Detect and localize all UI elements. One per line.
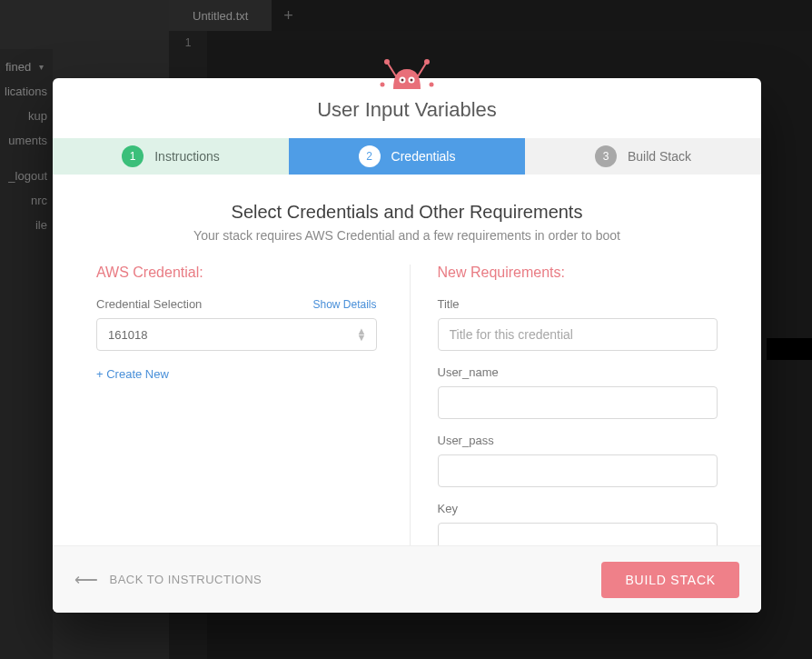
title-field: Title	[438, 297, 718, 351]
back-button[interactable]: ⟵ BACK TO INSTRUCTIONS	[74, 570, 262, 590]
show-details-link[interactable]: Show Details	[312, 298, 376, 311]
req-section-title: New Requirements:	[438, 265, 718, 281]
step-credentials[interactable]: 2 Credentials	[289, 138, 525, 175]
step-build-stack[interactable]: 3 Build Stack	[525, 138, 761, 175]
username-field: User_name	[438, 365, 718, 419]
svg-point-3	[424, 59, 430, 65]
svg-point-4	[381, 83, 385, 87]
key-label: Key	[438, 502, 718, 515]
title-input[interactable]	[438, 318, 718, 351]
key-input[interactable]	[438, 523, 718, 545]
credential-select[interactable]: 161018 ▲▼	[96, 318, 377, 351]
username-input[interactable]	[438, 386, 718, 419]
build-stack-button[interactable]: BUILD STACK	[601, 562, 739, 598]
sort-icon: ▲▼	[357, 328, 367, 341]
arrow-left-icon: ⟵	[74, 570, 99, 590]
aws-section-title: AWS Credential:	[96, 265, 377, 281]
userpass-input[interactable]	[438, 454, 718, 487]
wizard-steps: 1 Instructions 2 Credentials 3 Build Sta…	[53, 138, 761, 175]
username-label: User_name	[438, 365, 718, 379]
body-title: Select Credentials and Other Requirement…	[89, 202, 725, 223]
credential-select-value: 161018	[108, 328, 147, 342]
back-label: BACK TO INSTRUCTIONS	[110, 573, 262, 586]
step-label: Instructions	[154, 149, 220, 164]
modal-title: User Input Variables	[71, 98, 743, 122]
body-head: Select Credentials and Other Requirement…	[53, 175, 761, 265]
title-label: Title	[438, 297, 718, 311]
step-number: 2	[359, 145, 381, 167]
modal-footer: ⟵ BACK TO INSTRUCTIONS BUILD STACK	[53, 545, 761, 613]
mascot-icon	[371, 53, 443, 89]
svg-point-2	[384, 59, 390, 65]
step-number: 1	[122, 145, 144, 167]
create-new-link[interactable]: + Create New	[96, 367, 377, 381]
step-label: Credentials	[391, 149, 456, 164]
body-subtitle: Your stack requires AWS Credential and a…	[89, 228, 725, 243]
credential-label: Credential Selection	[96, 297, 202, 311]
step-label: Build Stack	[628, 149, 691, 164]
new-requirements-section: New Requirements: Title User_name User_p…	[411, 265, 718, 545]
svg-point-8	[401, 79, 404, 82]
credential-label-row: Credential Selection Show Details	[96, 297, 377, 311]
aws-credential-section: AWS Credential: Credential Selection Sho…	[96, 265, 411, 545]
userpass-field: User_pass	[438, 434, 718, 487]
user-input-modal: User Input Variables 1 Instructions 2 Cr…	[53, 78, 761, 613]
form-columns: AWS Credential: Credential Selection Sho…	[53, 265, 761, 545]
svg-point-9	[411, 79, 413, 82]
svg-point-5	[430, 83, 434, 87]
step-instructions[interactable]: 1 Instructions	[53, 138, 289, 175]
modal-body: Select Credentials and Other Requirement…	[53, 175, 761, 545]
step-number: 3	[595, 145, 617, 167]
userpass-label: User_pass	[438, 434, 718, 447]
key-field: Key	[438, 502, 718, 545]
